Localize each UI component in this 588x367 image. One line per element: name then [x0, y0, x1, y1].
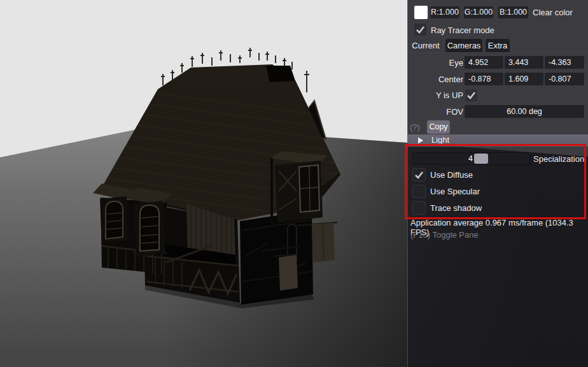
- center-y-field[interactable]: 1.609: [505, 73, 543, 85]
- light-header[interactable]: Light: [407, 134, 588, 147]
- check-icon: [466, 90, 477, 101]
- clear-color-b-field[interactable]: B:1.000: [498, 6, 528, 18]
- specialization-slider[interactable]: 4: [412, 152, 530, 165]
- eye-z-field[interactable]: -4.363: [545, 56, 584, 69]
- use-diffuse-checkbox[interactable]: [412, 168, 426, 182]
- specialization-label: Specialization: [533, 154, 584, 164]
- trace-shadow-checkbox[interactable]: [412, 201, 426, 215]
- use-diffuse-label[interactable]: Use Diffuse: [430, 170, 473, 180]
- app-window: R:1.000 G:1.000 B:1.000 Clear color Ray …: [0, 0, 588, 367]
- check-icon: [414, 169, 424, 180]
- triangle-right-icon: [417, 137, 424, 144]
- toggle-pane-hint: (F10) Toggle Pane: [410, 230, 479, 240]
- help-marker: (?): [410, 122, 420, 132]
- y-up-label: Y is UP: [409, 90, 463, 100]
- tabbar-underline: [407, 52, 588, 53]
- settings-panel: R:1.000 G:1.000 B:1.000 Clear color Ray …: [407, 0, 588, 367]
- use-specular-checkbox[interactable]: [412, 185, 426, 198]
- fov-slider[interactable]: 60.00 deg: [465, 105, 584, 118]
- trace-shadow-label[interactable]: Trace shadow: [430, 203, 482, 213]
- ray-tracer-label: Ray Tracer mode: [431, 25, 494, 35]
- center-label: Center: [409, 75, 463, 84]
- tab-cameras[interactable]: Cameras: [445, 39, 482, 52]
- tab-current[interactable]: Current: [409, 39, 442, 52]
- specialization-value: 4: [451, 154, 473, 164]
- fov-label: FOV: [409, 107, 463, 117]
- tab-extra[interactable]: Extra: [486, 39, 510, 52]
- light-header-label: Light: [431, 135, 449, 145]
- center-z-field[interactable]: -0.807: [545, 73, 584, 85]
- y-up-checkbox[interactable]: [465, 89, 478, 102]
- clear-color-swatch[interactable]: [414, 6, 428, 19]
- copy-button[interactable]: Copy: [427, 120, 450, 134]
- use-specular-label[interactable]: Use Specular: [430, 187, 480, 196]
- eye-x-field[interactable]: 4.952: [465, 56, 503, 69]
- eye-label: Eye: [409, 58, 463, 68]
- slider-grab[interactable]: [474, 154, 488, 164]
- center-x-field[interactable]: -0.878: [465, 73, 503, 85]
- eye-y-field[interactable]: 3.443: [505, 56, 543, 69]
- clear-color-g-field[interactable]: G:1.000: [464, 6, 493, 18]
- panel-background: [407, 0, 588, 367]
- clear-color-label: Clear color: [533, 8, 573, 17]
- clear-color-r-field[interactable]: R:1.000: [430, 6, 459, 18]
- ray-tracer-checkbox[interactable]: [414, 23, 427, 36]
- check-icon: [415, 24, 426, 35]
